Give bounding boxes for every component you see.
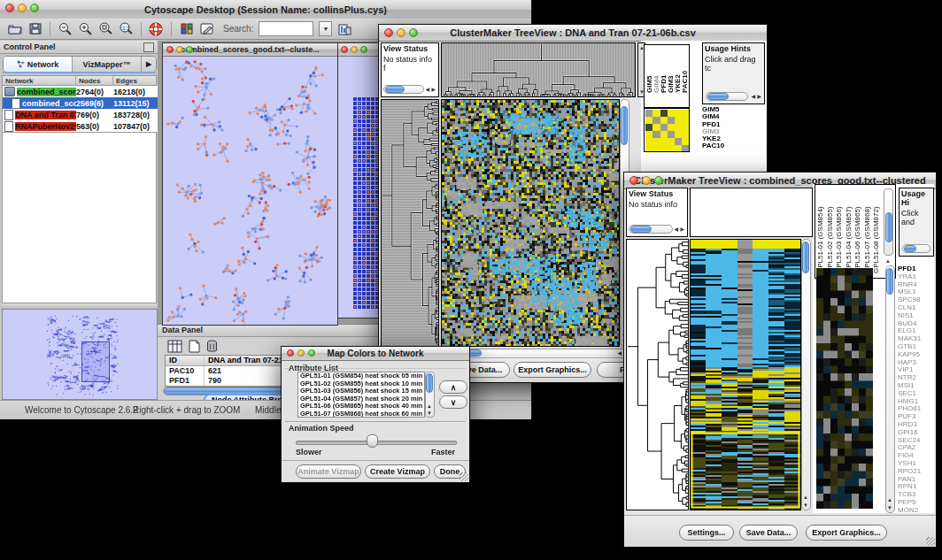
close-button[interactable]: [341, 46, 348, 53]
minimize-button[interactable]: [297, 349, 305, 357]
scroll-left-arrow[interactable]: ◀: [617, 350, 622, 356]
scroll-down-arrow[interactable]: ▼: [427, 410, 432, 416]
tv2-sub-vscrollbar[interactable]: ▲ ▼: [885, 265, 896, 513]
tab-overflow-arrow[interactable]: ▶: [142, 57, 156, 72]
zoom-button[interactable]: [186, 46, 193, 53]
zoom-out-icon[interactable]: [58, 21, 73, 36]
network-tree-row[interactable]: RNAPuberNov2+563(0)107847(0): [3, 120, 158, 132]
minimize-button[interactable]: [642, 176, 651, 185]
tv2-heatmap[interactable]: [691, 240, 800, 510]
dialog-title-bar[interactable]: Map Colors to Network: [282, 347, 469, 361]
tab-vizmapper[interactable]: VizMapper™: [73, 57, 142, 72]
tv1-heatmap[interactable]: [442, 100, 619, 346]
tv1-mini-heatmap[interactable]: [645, 109, 689, 152]
col-network[interactable]: Network: [3, 76, 76, 85]
close-button[interactable]: [384, 28, 393, 37]
tv1-row-dendrogram[interactable]: [382, 100, 438, 346]
tv2-usage-hscrollbar[interactable]: [902, 244, 930, 253]
scroll-down-arrow[interactable]: ▼: [803, 502, 808, 508]
scroll-right-arrow[interactable]: ▶: [680, 226, 684, 232]
save-data-button[interactable]: Save Data...: [739, 525, 798, 541]
float-panel-icon[interactable]: [143, 42, 154, 52]
open-icon[interactable]: [7, 21, 22, 36]
tv2-vscrollbar[interactable]: ▲ ▼: [801, 239, 812, 510]
zoom-button[interactable]: [654, 176, 663, 185]
tv2-column-label[interactable]: GPL51-01 (GSM854): [817, 187, 827, 273]
search-input[interactable]: [259, 21, 313, 36]
search-dropdown-arrow[interactable]: ▼: [319, 21, 332, 36]
zoom-button[interactable]: [308, 349, 315, 357]
tv2-sub-heatmap[interactable]: [816, 268, 873, 509]
tv1-column-label[interactable]: PAC10: [682, 45, 689, 93]
network-frame2-title-bar[interactable]: [337, 43, 383, 57]
tv1-column-dendrogram[interactable]: [442, 43, 635, 96]
scroll-up-arrow[interactable]: ▲: [803, 495, 808, 500]
delete-attribute-icon[interactable]: [204, 339, 220, 353]
speed-slider-thumb[interactable]: [367, 434, 378, 448]
close-button[interactable]: [5, 4, 14, 12]
tv1-title-bar[interactable]: ClusterMaker TreeView : DNA and Tran 07-…: [379, 25, 767, 42]
network-tree-row[interactable]: DNA and Tran 07769(0)183728(0): [3, 109, 158, 120]
close-button[interactable]: [166, 46, 174, 53]
export-graphics-button[interactable]: Export Graphics...: [513, 362, 591, 378]
tv2-row-dendrogram[interactable]: [627, 240, 688, 510]
tab-network[interactable]: Network: [4, 57, 73, 72]
zoom-button[interactable]: [409, 28, 418, 37]
scroll-right-arrow[interactable]: ▶: [757, 94, 761, 99]
zoom-in-icon[interactable]: [78, 21, 93, 36]
id-column-header[interactable]: ID: [166, 356, 205, 365]
annotation-icon[interactable]: [199, 21, 214, 36]
birdseye-view[interactable]: [2, 309, 158, 400]
scroll-up-arrow[interactable]: ▲: [885, 258, 891, 264]
tv2-column-label[interactable]: GPL51-08 (GSM872): [873, 187, 883, 273]
minimize-button[interactable]: [397, 28, 405, 37]
tv2-status-hscrollbar[interactable]: [629, 225, 673, 234]
close-button[interactable]: [629, 176, 638, 185]
network-graph-canvas-2[interactable]: [337, 57, 382, 318]
birdseye-viewport-rect[interactable]: [81, 341, 110, 382]
tv2-labels-vscrollbar[interactable]: [884, 188, 893, 256]
resize-grip[interactable]: [926, 537, 935, 546]
attribute-list-item[interactable]: GPL51-07 (GSM868) heat shock 60 min: [298, 410, 424, 418]
close-button[interactable]: [287, 349, 294, 357]
scroll-left-arrow[interactable]: ◀: [425, 87, 429, 92]
attribute-list[interactable]: GPL51-01 (GSM854) heat shock 05 minGPL51…: [297, 372, 425, 418]
network-frame-title-bar[interactable]: combined_scores_good.txt--cluste...: [163, 43, 337, 57]
col-edges[interactable]: Edges: [113, 76, 156, 85]
minimize-button[interactable]: [18, 4, 27, 12]
network-graph-canvas[interactable]: [163, 57, 336, 325]
scroll-left-arrow[interactable]: ◀: [751, 94, 755, 99]
minimize-button[interactable]: [176, 46, 183, 53]
move-up-button[interactable]: ∧: [439, 380, 467, 394]
gene-label[interactable]: MON2: [898, 507, 934, 515]
scroll-down-arrow[interactable]: ▼: [887, 505, 892, 510]
zoom-selected-icon[interactable]: [98, 21, 113, 36]
save-icon[interactable]: [27, 21, 42, 36]
tv1-status-hscrollbar[interactable]: [383, 85, 424, 94]
network-tree-row[interactable]: combined_sco2569(6)13112(15): [3, 97, 158, 109]
help-icon[interactable]: [149, 21, 164, 36]
export-graphics-button[interactable]: Export Graphics...: [806, 525, 887, 541]
attribute-list-vscrollbar[interactable]: ▲ ▼: [425, 372, 436, 418]
create-vizmap-button[interactable]: Create Vizmap: [365, 464, 430, 479]
scroll-up-arrow[interactable]: ▲: [887, 497, 892, 502]
network-tree-row[interactable]: combined_scores2764(0)16218(0): [3, 86, 158, 97]
scroll-up-arrow[interactable]: ▲: [427, 403, 432, 409]
attribute-select-icon[interactable]: [166, 339, 182, 353]
zoom-button[interactable]: [360, 46, 367, 53]
tv1-row-label[interactable]: PAC10: [702, 142, 741, 150]
scroll-right-arrow[interactable]: ▶: [431, 87, 436, 92]
snapshot-icon[interactable]: [179, 21, 194, 36]
zoom-fit-icon[interactable]: 1:1: [119, 21, 134, 36]
tv2-column-label[interactable]: GPL51-06 (GSM865): [854, 187, 864, 273]
tv2-column-label[interactable]: GPL51-03 (GSM856): [836, 187, 845, 273]
zoom-button[interactable]: [30, 4, 39, 12]
scroll-left-arrow[interactable]: ◀: [674, 226, 678, 232]
move-down-button[interactable]: ∨: [439, 395, 467, 409]
tv1-usage-hscrollbar[interactable]: [706, 92, 748, 101]
main-title-bar[interactable]: Cytoscape Desktop (Session Name: collins…: [0, 0, 531, 19]
col-nodes[interactable]: Nodes: [76, 76, 113, 85]
minimize-button[interactable]: [351, 46, 358, 53]
resize-grip[interactable]: [459, 472, 468, 481]
settings-button[interactable]: Settings...: [679, 525, 734, 541]
